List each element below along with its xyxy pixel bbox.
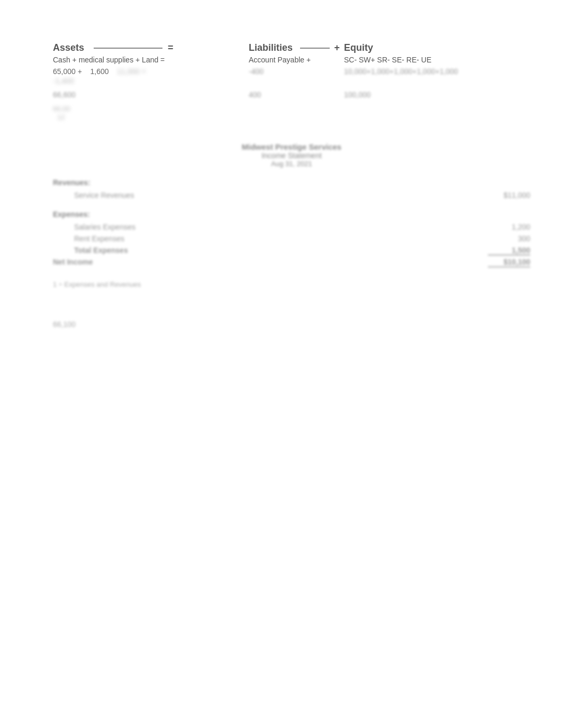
equals-sign: =: [168, 42, 174, 53]
cash-value: 65,000 +: [53, 67, 82, 76]
total-expenses-label: Total Expenses: [74, 246, 128, 256]
equity-label: Equity: [344, 42, 373, 53]
rent-expense-value: 300: [488, 234, 530, 243]
expenses-label: Expenses:: [53, 210, 530, 219]
land-value: 11,000 =: [117, 67, 146, 76]
rent-expense-label: Rent Expenses: [74, 234, 124, 243]
plus-sign: +: [334, 42, 340, 53]
liabilities-header: Liabilities +: [249, 42, 344, 53]
rt-equity-1: 100,000: [344, 90, 371, 99]
service-revenue-label: Service Revenues: [74, 191, 134, 199]
blurred-asset-3: 12: [53, 113, 65, 121]
equity-header: Equity: [344, 42, 373, 53]
values-row-3: 66,00 12: [53, 104, 530, 121]
footnote: 1 ÷ Expenses and Revenues: [53, 280, 530, 288]
assets-label: Assets: [53, 42, 84, 53]
sub-labels-row: Cash + medical supplies + Land = Account…: [53, 56, 530, 64]
med-supplies-value: 1,600: [90, 67, 108, 76]
expenses-section: Expenses: Salaries Expenses 1,200 Rent E…: [53, 210, 530, 268]
assets-sub-2: 66,00 12: [53, 104, 249, 121]
rt-liab-1: 400: [249, 90, 344, 99]
service-revenue-item: Service Revenues $11,000: [53, 191, 530, 199]
liabilities-label: Liabilities: [249, 42, 293, 53]
values-row-2: -1,400: [53, 77, 530, 85]
rent-expense-item: Rent Expenses 300: [53, 234, 530, 243]
values-row-1: 65,000 + 1,600 11,000 = -400 10,000+1,00…: [53, 67, 530, 76]
rt-assets-1: 66,600: [53, 90, 249, 99]
salaries-expense-label: Salaries Expenses: [74, 223, 135, 231]
running-totals-1: 66,600 400 100,000: [53, 90, 530, 99]
total-expenses-value: 1,500: [488, 246, 530, 256]
blurred-asset-2: 66,00: [53, 105, 70, 113]
total-expenses-line: Total Expenses 1,500: [53, 246, 530, 256]
statement-date: Aug 31, 2021: [53, 160, 530, 168]
sub-equity-labels: SC- SW+ SR- SE- RE- UE: [344, 56, 431, 64]
income-statement-header: Midwest Prestige Services Income Stateme…: [53, 142, 530, 168]
equation-header-row: Assets = Liabilities + Equity: [53, 42, 530, 53]
salaries-expense-item: Salaries Expenses 1,200: [53, 223, 530, 231]
assets-header: Assets =: [53, 42, 249, 53]
liab-values-1: -400: [249, 67, 344, 76]
blurred-asset-1: -1,400: [53, 77, 74, 85]
accounting-equation: Assets = Liabilities + Equity Cash + med…: [53, 42, 530, 121]
statement-type: Income Statement: [53, 151, 530, 160]
assets-sub-1: -1,400: [53, 77, 249, 85]
revenues-section: Revenues: Service Revenues $11,000: [53, 178, 530, 199]
company-name: Midwest Prestige Services: [53, 142, 530, 151]
sub-assets-labels: Cash + medical supplies + Land =: [53, 56, 249, 64]
net-income-line: Net Income $10,100: [53, 258, 530, 268]
net-income-value: $10,100: [488, 258, 530, 268]
revenue-label: Revenues:: [53, 178, 530, 187]
equity-values-1: 10,000+1,000+1,000+1,000+1,000: [344, 67, 458, 76]
assets-values-1: 65,000 + 1,600 11,000 =: [53, 67, 249, 76]
sub-liabilities-label: Account Payable +: [249, 56, 344, 64]
service-revenue-value: $11,000: [488, 191, 530, 199]
bottom-value: 66,100: [53, 320, 530, 329]
salaries-expense-value: 1,200: [488, 223, 530, 231]
net-income-label: Net Income: [53, 258, 93, 268]
